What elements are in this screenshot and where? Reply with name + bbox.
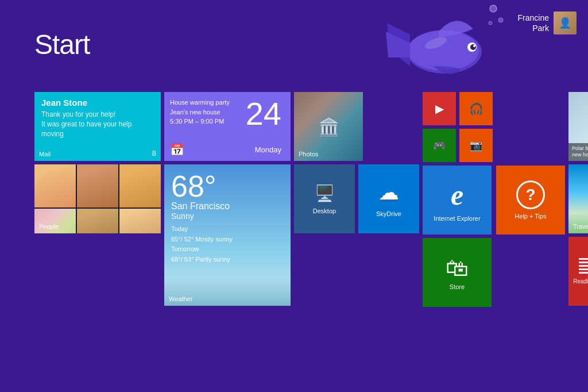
bottom-row: 🖥️ Desktop ☁ SkyDrive (294, 164, 419, 233)
person-3 (119, 164, 161, 207)
col-2: House warming party Jean's new house 5:3… (164, 92, 291, 307)
tile-mail[interactable]: Jean Stone Thank you for your help! It w… (34, 92, 161, 161)
weather-city: San Francisco (171, 201, 284, 212)
weather-temp: 68° (171, 171, 284, 201)
tile-store[interactable]: 🛍 Store (423, 238, 492, 307)
music-icon: 🎧 (469, 102, 483, 116)
user-avatar[interactable]: 👤 (554, 11, 577, 34)
tile-help[interactable]: ? Help + Tips (496, 166, 565, 235)
tile-camera[interactable]: 📷 (459, 129, 493, 162)
calendar-icon: 📅 (170, 143, 184, 156)
spacer (496, 92, 565, 162)
svg-point-1 (498, 18, 503, 22)
mail-sender: Jean Stone (41, 98, 154, 107)
small-tiles-group: ▶ 🎧 🎮 📷 (423, 92, 493, 162)
mail-body: Thank you for your help! It was great to… (41, 110, 154, 139)
weather-forecast: Today 65°/ 52° Mostly sunny Tomorrow 68°… (171, 224, 284, 264)
photos-label: Photos (299, 151, 318, 157)
start-title: Start (34, 29, 90, 60)
tile-news[interactable]: 🐻‍❄️ Polar bears enjoy fun, free their n… (568, 92, 588, 161)
fish-decoration (381, 0, 508, 92)
tile-people[interactable]: People (34, 164, 161, 233)
user-area[interactable]: Francine Park 👤 (518, 11, 577, 34)
tile-desktop[interactable]: 🖥️ Desktop (294, 164, 355, 233)
store-label: Store (450, 283, 465, 290)
tile-music[interactable]: 🎧 (459, 92, 493, 125)
skydrive-icon: ☁ (378, 180, 399, 205)
col-right: 🐻‍❄️ Polar bears enjoy fun, free their n… (568, 92, 588, 307)
camera-icon: 📷 (470, 139, 482, 152)
xbox-icon: 🎮 (433, 139, 446, 152)
tile-ie[interactable]: e Internet Explorer (423, 166, 492, 235)
ie-label: Internet Explorer (434, 215, 480, 222)
tile-skydrive[interactable]: ☁ SkyDrive (358, 164, 419, 233)
reading-label: Reading List (573, 278, 588, 285)
tiles-container: Jean Stone Thank you for your help! It w… (34, 92, 588, 307)
person-1 (34, 164, 76, 207)
col-4: ▶ 🎧 🎮 📷 e Internet Explorer 🛍 Store (423, 92, 493, 307)
weather-condition: Sunny (171, 212, 284, 221)
travel-label: Travel (573, 223, 588, 230)
tile-video[interactable]: ▶ (423, 92, 456, 125)
store-icon: 🛍 (446, 255, 469, 281)
tile-travel[interactable]: Travel (568, 164, 588, 233)
tile-xbox[interactable]: 🎮 (423, 129, 456, 162)
person-5 (77, 209, 118, 233)
desktop-label: Desktop (313, 207, 336, 214)
person-6 (119, 209, 161, 233)
svg-point-8 (470, 44, 476, 50)
help-icon: ? (516, 180, 545, 209)
ie-icon: e (451, 178, 463, 212)
person-2 (77, 164, 118, 207)
calendar-day-name: Monday (255, 145, 281, 154)
tile-reading-list[interactable]: Reading List (568, 237, 588, 306)
col-3: 🏛️ Photos 🖥️ Desktop ☁ SkyDrive (294, 92, 419, 307)
tile-weather[interactable]: 68° San Francisco Sunny Today 65°/ 52° M… (164, 164, 291, 306)
calendar-day-number: 24 (246, 98, 281, 130)
news-headline: Polar bears enjoy fun, free their new ho… (568, 143, 588, 161)
weather-label: Weather (169, 295, 192, 302)
mail-label: Mail (39, 151, 51, 157)
user-name: Francine Park (518, 13, 549, 33)
skydrive-label: SkyDrive (376, 210, 401, 217)
svg-point-2 (489, 21, 492, 25)
svg-point-9 (473, 45, 475, 47)
mail-badge: 8 (152, 149, 156, 157)
help-label: Help + Tips (514, 213, 546, 220)
people-label: People (39, 223, 59, 230)
tile-photos[interactable]: 🏛️ Photos (294, 92, 363, 161)
right-bottom-row: Reading List Health (568, 237, 588, 306)
svg-point-0 (490, 5, 497, 12)
reading-list-icon (579, 258, 588, 274)
video-icon: ▶ (435, 102, 444, 116)
tile-calendar[interactable]: House warming party Jean's new house 5:3… (164, 92, 291, 161)
desktop-icon: 🖥️ (315, 184, 335, 203)
col-1: Jean Stone Thank you for your help! It w… (34, 92, 161, 307)
col-5: ? Help + Tips (496, 92, 565, 307)
